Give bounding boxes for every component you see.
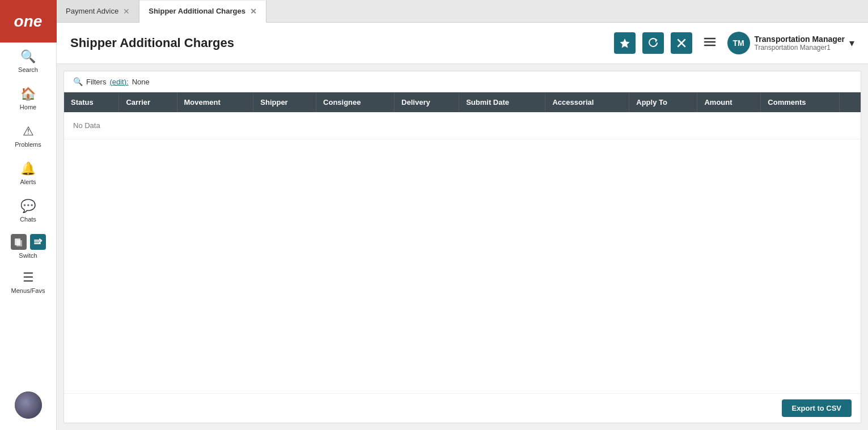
hamburger-icon bbox=[704, 36, 716, 48]
col-status: Status bbox=[64, 92, 119, 112]
problems-icon: ⚠ bbox=[23, 124, 34, 139]
header-right: TM Transportation Manager Transportation… bbox=[614, 32, 854, 54]
sidebar-item-home[interactable]: 🏠 Home bbox=[0, 80, 56, 117]
app-logo[interactable]: one bbox=[0, 0, 57, 42]
content-area: 🔍 Filters (edit): None Status Carrier Mo… bbox=[63, 71, 861, 423]
switch-icon-right bbox=[30, 234, 46, 250]
sidebar-item-alerts[interactable]: 🔔 Alerts bbox=[0, 155, 56, 192]
avatar-image bbox=[15, 391, 42, 419]
col-carrier: Carrier bbox=[119, 92, 177, 112]
col-submit-date: Submit Date bbox=[459, 92, 545, 112]
menus-icon: ☰ bbox=[23, 270, 34, 285]
page-title: Shipper Additional Charges bbox=[70, 36, 234, 50]
tab-shipper-charges-close[interactable]: ✕ bbox=[250, 7, 257, 15]
sidebar-label-chats: Chats bbox=[20, 216, 36, 223]
user-name-block: Transportation Manager Transportation Ma… bbox=[755, 35, 845, 52]
refresh-button[interactable] bbox=[642, 32, 664, 54]
table-header-row: Status Carrier Movement Shipper Consigne… bbox=[64, 92, 861, 112]
main-content: Payment Advice ✕ Shipper Additional Char… bbox=[57, 0, 868, 430]
col-consignee: Consignee bbox=[316, 92, 395, 112]
col-amount: Amount bbox=[697, 92, 761, 112]
sidebar-label-switch: Switch bbox=[19, 252, 37, 259]
close-page-button[interactable] bbox=[671, 32, 692, 54]
no-data-label: No Data bbox=[64, 112, 861, 139]
close-icon bbox=[677, 39, 686, 48]
user-avatar: TM bbox=[727, 32, 750, 54]
logo-text: one bbox=[14, 12, 43, 31]
user-chevron-icon[interactable]: ▾ bbox=[849, 37, 854, 49]
table-container: Status Carrier Movement Shipper Consigne… bbox=[64, 92, 861, 393]
sidebar-label-menus: Menus/Favs bbox=[11, 287, 45, 294]
col-apply-to: Apply To bbox=[629, 92, 697, 112]
user-info[interactable]: TM Transportation Manager Transportation… bbox=[727, 32, 854, 54]
filter-value: None bbox=[132, 78, 150, 86]
switch-icon-left bbox=[11, 234, 27, 250]
tab-payment-advice-close[interactable]: ✕ bbox=[123, 7, 130, 15]
star-icon bbox=[620, 38, 630, 48]
sidebar-item-chats[interactable]: 💬 Chats bbox=[0, 192, 56, 229]
filter-bar: 🔍 Filters (edit): None bbox=[64, 71, 861, 92]
filter-edit-link[interactable]: (edit): bbox=[109, 78, 128, 86]
user-avatar-bottom[interactable] bbox=[15, 391, 42, 419]
col-actions bbox=[840, 92, 861, 112]
page-header: Shipper Additional Charges bbox=[57, 23, 868, 64]
content-footer: Export to CSV bbox=[64, 393, 861, 423]
tab-bar: Payment Advice ✕ Shipper Additional Char… bbox=[57, 0, 868, 23]
sidebar-item-search[interactable]: 🔍 Search bbox=[0, 42, 56, 80]
sidebar-item-menus[interactable]: ☰ Menus/Favs bbox=[0, 263, 56, 301]
tab-shipper-charges-label: Shipper Additional Charges bbox=[149, 7, 245, 15]
search-icon: 🔍 bbox=[20, 49, 36, 64]
col-accessorial: Accessorial bbox=[545, 92, 629, 112]
data-table: Status Carrier Movement Shipper Consigne… bbox=[64, 92, 861, 139]
switch-icons bbox=[11, 234, 46, 250]
table-no-data-row: No Data bbox=[64, 112, 861, 139]
filter-label: Filters bbox=[86, 78, 106, 86]
user-role: Transportation Manager1 bbox=[755, 44, 845, 52]
sidebar-label-search: Search bbox=[18, 66, 38, 73]
export-csv-button[interactable]: Export to CSV bbox=[782, 399, 852, 417]
sidebar-item-switch[interactable]: Switch bbox=[0, 229, 56, 263]
col-movement: Movement bbox=[177, 92, 253, 112]
home-icon: 🏠 bbox=[20, 87, 36, 101]
refresh-icon bbox=[648, 38, 658, 48]
svg-rect-1 bbox=[16, 240, 22, 246]
tab-payment-advice[interactable]: Payment Advice ✕ bbox=[57, 0, 139, 22]
svg-marker-2 bbox=[620, 39, 629, 48]
sidebar-label-home: Home bbox=[20, 104, 36, 110]
sidebar-label-problems: Problems bbox=[15, 141, 41, 148]
col-delivery: Delivery bbox=[395, 92, 459, 112]
col-shipper: Shipper bbox=[253, 92, 316, 112]
filter-icon: 🔍 bbox=[73, 77, 83, 86]
hamburger-menu-button[interactable] bbox=[699, 33, 721, 53]
sidebar-label-alerts: Alerts bbox=[20, 178, 36, 185]
tab-payment-advice-label: Payment Advice bbox=[66, 7, 118, 15]
user-display-name: Transportation Manager bbox=[755, 35, 845, 44]
alerts-icon: 🔔 bbox=[20, 161, 36, 176]
col-comments: Comments bbox=[761, 92, 840, 112]
sidebar-item-problems[interactable]: ⚠ Problems bbox=[0, 117, 56, 155]
chats-icon: 💬 bbox=[20, 199, 36, 214]
sidebar: one 🔍 Search 🏠 Home ⚠ Problems 🔔 Alerts … bbox=[0, 0, 57, 430]
tab-shipper-charges[interactable]: Shipper Additional Charges ✕ bbox=[139, 1, 266, 23]
sidebar-bottom bbox=[0, 391, 56, 419]
favorite-button[interactable] bbox=[614, 32, 636, 54]
